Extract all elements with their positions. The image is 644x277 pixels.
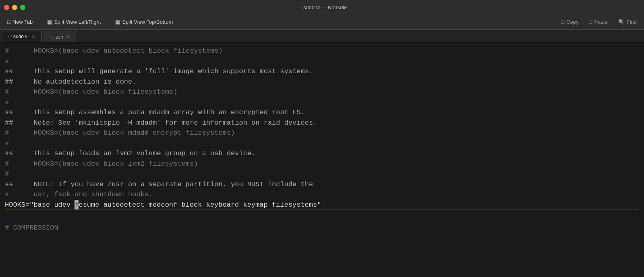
tabs-bar: - : sudo vi ✕ ~ : zsh ✕ — [0, 30, 644, 43]
line-12: # HOOKS=(base udev block lvm2 filesystem… — [5, 159, 639, 169]
copy-button[interactable]: □ Copy — [558, 17, 582, 27]
find-label: Find — [627, 19, 637, 25]
line-15: # usr, fsck and shutdown hooks. — [5, 189, 639, 200]
line-9: # HOOKS=(base udev block mdadm encrypt f… — [5, 128, 639, 138]
red-underline — [5, 209, 639, 210]
line-6: # — [5, 97, 639, 108]
copy-icon: □ — [561, 19, 564, 25]
terminal[interactable]: # HOOKS=(base udev autodetect block file… — [0, 43, 644, 277]
tab-sudo-vi-close[interactable]: ✕ — [32, 34, 35, 39]
line-5: # HOOKS=(base udev block filesystems) — [5, 87, 639, 97]
tab-sudo-vi-label: - : sudo vi — [8, 34, 29, 39]
line-1: # HOOKS=(base udev autodetect block file… — [5, 46, 639, 56]
maximize-button[interactable] — [20, 5, 25, 10]
tab-sudo-vi[interactable]: - : sudo vi ✕ — [2, 31, 41, 42]
split-left-right-icon: ▦ — [47, 19, 52, 25]
new-tab-icon: □ — [7, 19, 10, 25]
split-left-right-button[interactable]: ▦ Split View Left/Right — [44, 17, 104, 27]
tab-zsh[interactable]: ~ : zsh ✕ — [43, 31, 76, 42]
line-4: ## No autodetection is done. — [5, 77, 639, 87]
new-tab-label: New Tab — [12, 19, 33, 25]
line-14: ## NOTE: If you have /usr on a separate … — [5, 179, 639, 190]
line-17 — [5, 210, 639, 220]
split-top-bottom-label: Split View Top/Bottom — [122, 19, 173, 25]
paste-icon: □ — [589, 19, 592, 25]
split-left-right-label: Split View Left/Right — [54, 19, 101, 25]
tab-zsh-close[interactable]: ✕ — [66, 34, 70, 39]
paste-label: Paste — [594, 19, 607, 25]
minimize-button[interactable] — [12, 5, 17, 10]
copy-label: Copy — [566, 19, 578, 25]
line-7: ## This setup assembles a pata mdadm arr… — [5, 107, 639, 118]
line-13: # — [5, 169, 639, 179]
close-button[interactable] — [4, 5, 9, 10]
highlighted-hooks-line: HOOKS="base udev resume autodetect modco… — [5, 200, 639, 210]
paste-button[interactable]: □ Paste — [586, 17, 611, 27]
line-18: # COMPRESSION — [5, 223, 639, 233]
tab-zsh-label: ~ : zsh — [49, 34, 63, 40]
window-title: - : sudo vi — Konsole — [297, 4, 347, 10]
window-controls — [4, 5, 25, 10]
cursor: r — [75, 200, 79, 210]
line-3: ## This setup will generate a 'full' ima… — [5, 66, 639, 77]
line-8: ## Note: See 'mkinitcpio -H mdadm' for m… — [5, 118, 639, 128]
line-2: # — [5, 56, 639, 67]
line-10: # — [5, 138, 639, 149]
new-tab-button[interactable]: □ New Tab — [4, 17, 36, 27]
title-bar: - : sudo vi — Konsole — [0, 0, 644, 14]
line-16: HOOKS="base udev resume autodetect modco… — [5, 200, 639, 210]
line-11: ## This setup loads an lvm2 volume group… — [5, 148, 639, 159]
split-top-bottom-icon: ▦ — [115, 19, 120, 25]
find-button[interactable]: 🔍 Find — [615, 17, 640, 27]
toolbar-right: □ Copy □ Paste 🔍 Find — [558, 17, 640, 27]
split-top-bottom-button[interactable]: ▦ Split View Top/Bottom — [112, 17, 176, 27]
find-icon: 🔍 — [618, 19, 625, 25]
toolbar: □ New Tab ▦ Split View Left/Right ▦ Spli… — [0, 14, 644, 30]
